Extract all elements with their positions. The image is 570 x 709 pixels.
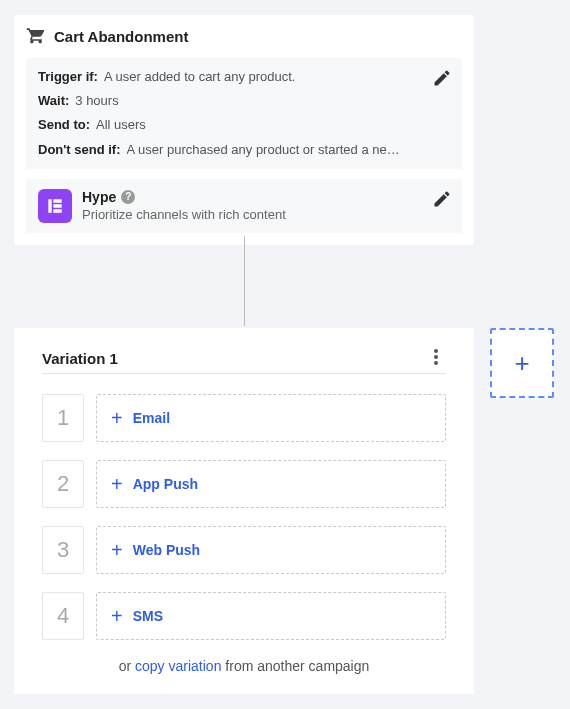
channel-row: 2 + App Push bbox=[42, 460, 446, 508]
svg-point-1 bbox=[434, 355, 438, 359]
copy-variation-row: or copy variation from another campaign bbox=[42, 658, 446, 674]
wait-label: Wait: bbox=[38, 92, 69, 110]
channel-number: 4 bbox=[42, 592, 84, 640]
dont-send-if-value: A user purchased any product or started … bbox=[127, 141, 400, 159]
campaign-title: Cart Abandonment bbox=[54, 28, 188, 45]
hype-icon bbox=[38, 189, 72, 223]
more-vertical-icon bbox=[434, 349, 438, 368]
channel-row: 1 + Email bbox=[42, 394, 446, 442]
plus-icon: + bbox=[111, 540, 123, 560]
plus-icon: + bbox=[514, 348, 529, 379]
add-sms-channel-button[interactable]: + SMS bbox=[96, 592, 446, 640]
pencil-icon bbox=[432, 196, 452, 212]
channel-label: Email bbox=[133, 410, 170, 426]
cart-icon bbox=[26, 25, 46, 48]
divider bbox=[42, 373, 446, 374]
variation-menu-button[interactable] bbox=[426, 348, 446, 368]
edit-mode-button[interactable] bbox=[432, 189, 452, 209]
send-to-row: Send to: All users bbox=[38, 116, 422, 134]
add-app-push-channel-button[interactable]: + App Push bbox=[96, 460, 446, 508]
svg-point-2 bbox=[434, 361, 438, 365]
help-icon[interactable]: ? bbox=[121, 190, 135, 204]
mode-title-row: Hype ? bbox=[82, 189, 422, 205]
channel-row: 3 + Web Push bbox=[42, 526, 446, 574]
channel-label: SMS bbox=[133, 608, 163, 624]
channel-label: App Push bbox=[133, 476, 198, 492]
channel-number: 3 bbox=[42, 526, 84, 574]
send-to-label: Send to: bbox=[38, 116, 90, 134]
copy-variation-link[interactable]: copy variation bbox=[135, 658, 221, 674]
svg-point-0 bbox=[434, 349, 438, 353]
trigger-if-row: Trigger if: A user added to cart any pro… bbox=[38, 68, 422, 86]
connector-line bbox=[244, 236, 245, 326]
trigger-if-value: A user added to cart any product. bbox=[104, 68, 296, 86]
copy-prefix: or bbox=[119, 658, 135, 674]
mode-description: Prioritize channels with rich content bbox=[82, 207, 422, 222]
mode-text: Hype ? Prioritize channels with rich con… bbox=[82, 189, 422, 222]
sending-mode-box: Hype ? Prioritize channels with rich con… bbox=[26, 179, 462, 233]
plus-icon: + bbox=[111, 474, 123, 494]
add-email-channel-button[interactable]: + Email bbox=[96, 394, 446, 442]
channel-label: Web Push bbox=[133, 542, 200, 558]
wait-row: Wait: 3 hours bbox=[38, 92, 422, 110]
dont-send-if-label: Don't send if: bbox=[38, 141, 121, 159]
dont-send-if-row: Don't send if: A user purchased any prod… bbox=[38, 141, 422, 159]
send-to-value: All users bbox=[96, 116, 146, 134]
plus-icon: + bbox=[111, 606, 123, 626]
variation-title: Variation 1 bbox=[42, 350, 118, 367]
campaign-title-row: Cart Abandonment bbox=[26, 25, 462, 48]
channel-row: 4 + SMS bbox=[42, 592, 446, 640]
mode-title: Hype bbox=[82, 189, 116, 205]
channel-number: 2 bbox=[42, 460, 84, 508]
edit-trigger-button[interactable] bbox=[432, 68, 452, 88]
variation-card: Variation 1 1 + Email 2 + App Push 3 + W… bbox=[14, 328, 474, 694]
trigger-if-label: Trigger if: bbox=[38, 68, 98, 86]
trigger-settings-box: Trigger if: A user added to cart any pro… bbox=[26, 58, 462, 169]
add-web-push-channel-button[interactable]: + Web Push bbox=[96, 526, 446, 574]
pencil-icon bbox=[432, 75, 452, 91]
campaign-card: Cart Abandonment Trigger if: A user adde… bbox=[14, 15, 474, 245]
plus-icon: + bbox=[111, 408, 123, 428]
copy-suffix: from another campaign bbox=[221, 658, 369, 674]
wait-value: 3 hours bbox=[75, 92, 118, 110]
variation-header: Variation 1 bbox=[42, 348, 446, 368]
add-variation-button[interactable]: + bbox=[490, 328, 554, 398]
channel-number: 1 bbox=[42, 394, 84, 442]
